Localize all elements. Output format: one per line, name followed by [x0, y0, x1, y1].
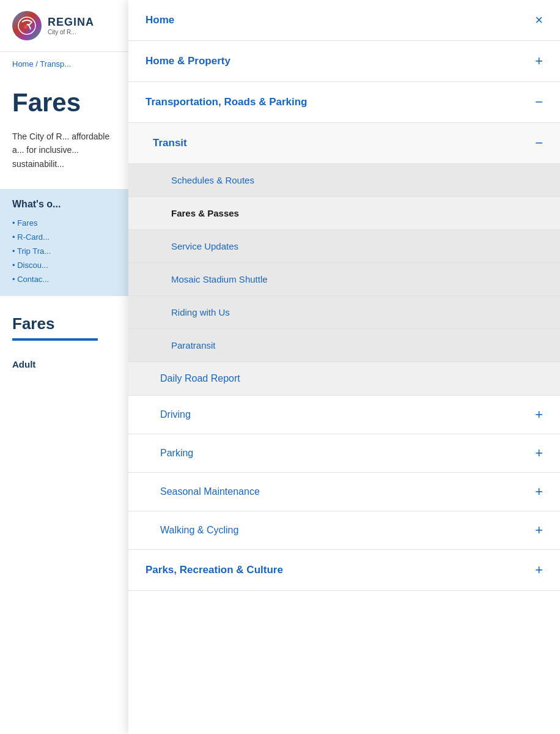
- menu-item-daily-road-report[interactable]: Daily Road Report: [128, 362, 560, 396]
- list-item[interactable]: Fares: [12, 216, 116, 230]
- menu-item-walking-cycling-label: Walking & Cycling: [160, 525, 238, 536]
- plus-icon-parking: +: [535, 445, 543, 461]
- menu-item-fares-passes[interactable]: Fares & Passes: [128, 197, 560, 230]
- menu-item-fares-passes-label: Fares & Passes: [171, 208, 239, 218]
- page-background: REGINA City of R... Home / Transp... Far…: [0, 0, 128, 734]
- menu-item-seasonal-maintenance[interactable]: Seasonal Maintenance +: [128, 473, 560, 511]
- menu-item-daily-road-report-label: Daily Road Report: [160, 373, 240, 384]
- breadcrumb: Home / Transp...: [0, 52, 128, 76]
- menu-item-transportation-label: Transportation, Roads & Parking: [146, 96, 308, 108]
- menu-item-parking[interactable]: Parking +: [128, 434, 560, 473]
- menu-item-parking-label: Parking: [160, 448, 193, 459]
- menu-item-home-property-label: Home & Property: [146, 55, 230, 67]
- whats-on-section: What's o... Fares R-Card... Trip Tra... …: [0, 189, 128, 296]
- adult-label: Adult: [12, 353, 116, 376]
- whats-on-title: What's o...: [12, 199, 116, 210]
- menu-item-seasonal-maintenance-label: Seasonal Maintenance: [160, 486, 260, 497]
- menu-item-parks-rec[interactable]: Parks, Recreation & Culture +: [128, 550, 560, 591]
- list-item[interactable]: Discou...: [12, 258, 116, 272]
- menu-item-transit[interactable]: Transit −: [128, 123, 560, 164]
- fares-underline: [12, 338, 98, 341]
- list-item[interactable]: Contac...: [12, 272, 116, 286]
- logo-text: REGINA City of R...: [48, 16, 94, 35]
- menu-item-service-updates-label: Service Updates: [171, 241, 238, 251]
- list-item[interactable]: R-Card...: [12, 230, 116, 244]
- menu-item-riding-with-us-label: Riding with Us: [171, 307, 230, 317]
- minus-icon: −: [535, 94, 543, 110]
- menu-item-parks-rec-label: Parks, Recreation & Culture: [146, 564, 283, 576]
- fares-section-title: Fares: [12, 314, 116, 333]
- plus-icon-seasonal: +: [535, 484, 543, 500]
- logo-subtitle: City of R...: [48, 29, 94, 35]
- menu-item-riding-with-us[interactable]: Riding with Us: [128, 296, 560, 329]
- list-item[interactable]: Trip Tra...: [12, 244, 116, 258]
- menu-item-schedules-routes-label: Schedules & Routes: [171, 175, 254, 185]
- menu-item-home-label: Home: [146, 14, 174, 26]
- menu-item-service-updates[interactable]: Service Updates: [128, 230, 560, 263]
- menu-item-schedules-routes[interactable]: Schedules & Routes: [128, 164, 560, 197]
- whats-on-list: Fares R-Card... Trip Tra... Discou... Co…: [12, 216, 116, 286]
- logo-circle: [12, 11, 42, 40]
- plus-icon: +: [535, 53, 543, 69]
- plus-icon-walking: +: [535, 522, 543, 538]
- page-description: The City of R... affordable a... for inc…: [0, 124, 128, 177]
- menu-item-driving-label: Driving: [160, 409, 191, 420]
- dropdown-menu: Home × Home & Property + Transportation,…: [128, 0, 560, 734]
- menu-item-paratransit[interactable]: Paratransit: [128, 329, 560, 362]
- svg-point-1: [24, 25, 28, 29]
- menu-item-driving[interactable]: Driving +: [128, 396, 560, 434]
- menu-item-home-property[interactable]: Home & Property +: [128, 41, 560, 82]
- close-icon: ×: [535, 12, 543, 28]
- fares-section: Fares Adult: [0, 296, 128, 382]
- minus-icon-transit: −: [535, 135, 543, 151]
- page-header: REGINA City of R...: [0, 0, 128, 52]
- logo-name: REGINA: [48, 16, 94, 29]
- menu-item-transit-label: Transit: [153, 137, 187, 149]
- menu-item-transportation[interactable]: Transportation, Roads & Parking −: [128, 82, 560, 123]
- menu-item-home[interactable]: Home ×: [128, 0, 560, 41]
- menu-item-mosaic-shuttle[interactable]: Mosaic Stadium Shuttle: [128, 263, 560, 296]
- plus-icon-parks: +: [535, 562, 543, 578]
- menu-item-mosaic-shuttle-label: Mosaic Stadium Shuttle: [171, 274, 268, 284]
- plus-icon-driving: +: [535, 407, 543, 423]
- menu-item-walking-cycling[interactable]: Walking & Cycling +: [128, 511, 560, 550]
- menu-item-paratransit-label: Paratransit: [171, 340, 216, 350]
- page-title: Fares: [0, 76, 128, 124]
